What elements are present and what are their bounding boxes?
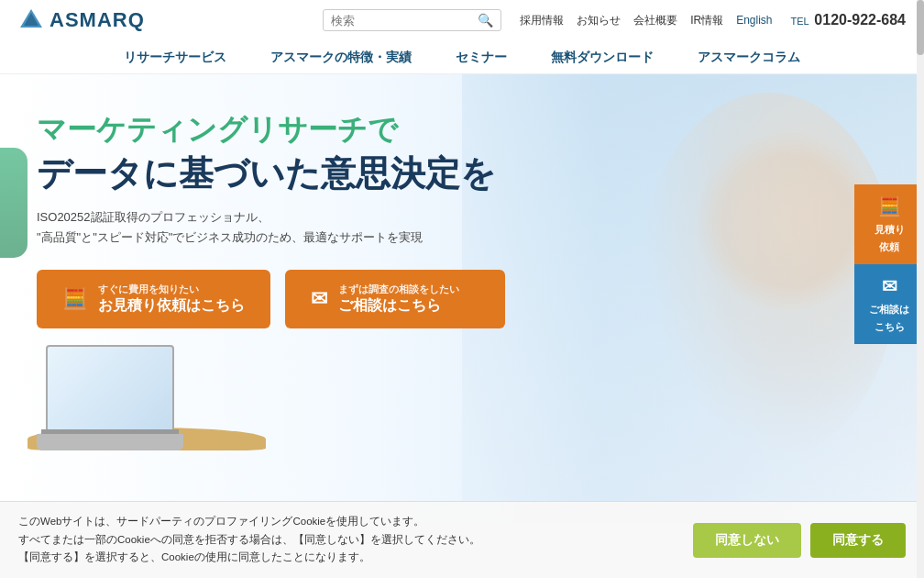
hero-subtitle: ISO20252認証取得のプロフェッショナル、 "高品質"と"スピード対応"でビ… xyxy=(37,207,587,248)
calculator-icon: 🧮 xyxy=(62,287,87,311)
side-calc-icon: 🧮 xyxy=(878,194,901,219)
main-nav-column[interactable]: アスマークコラム xyxy=(698,50,800,66)
search-form: 🔍 xyxy=(323,9,501,31)
consult-button[interactable]: ✉ まずは調査の相談をしたい ご相談はこちら xyxy=(285,270,505,328)
top-nav: 採用情報 お知らせ 会社概要 IR情報 English xyxy=(520,13,772,28)
search-icon[interactable]: 🔍 xyxy=(478,13,493,28)
main-nav-features[interactable]: アスマークの特徴・実績 xyxy=(270,50,412,66)
cookie-decline-button[interactable]: 同意しない xyxy=(693,523,801,558)
side-quote-button[interactable]: 🧮 見積り 依頼 xyxy=(854,184,924,264)
side-consult-button[interactable]: ✉ ご相談は こちら xyxy=(854,264,924,344)
side-float-buttons: 🧮 見積り 依頼 ✉ ご相談は こちら xyxy=(854,184,924,344)
main-nav-research[interactable]: リサーチサービス xyxy=(124,50,226,66)
nav-news[interactable]: お知らせ xyxy=(577,13,621,28)
tel-block: TEL 0120-922-684 xyxy=(791,12,906,28)
scrollbar-thumb[interactable] xyxy=(917,0,924,55)
hero-tagline: マーケティングリサーチで xyxy=(37,111,896,150)
search-input[interactable] xyxy=(331,14,478,28)
scrollbar[interactable] xyxy=(917,0,924,578)
main-nav: リサーチサービス アスマークの特徴・実績 セミナー 無料ダウンロード アスマーク… xyxy=(0,40,924,73)
main-nav-seminar[interactable]: セミナー xyxy=(456,50,507,66)
cookie-text: このWebサイトは、サードパーティのプロファイリングCookieを使用しています… xyxy=(18,513,693,567)
envelope-icon: ✉ xyxy=(311,287,327,311)
hero-buttons: 🧮 すぐに費用を知りたい お見積り依頼はこちら ✉ まずは調査の相談をしたい ご… xyxy=(37,270,896,328)
nav-recruitment[interactable]: 採用情報 xyxy=(520,13,564,28)
logo[interactable]: ASMARQ xyxy=(18,7,145,33)
header-top: ASMARQ 🔍 採用情報 お知らせ 会社概要 IR情報 English TEL… xyxy=(0,0,924,40)
quote-button[interactable]: 🧮 すぐに費用を知りたい お見積り依頼はこちら xyxy=(37,270,270,328)
hero-content: マーケティングリサーチで データに基づいた意思決定を ISO20252認証取得の… xyxy=(0,74,924,524)
cookie-accept-button[interactable]: 同意する xyxy=(810,523,906,558)
logo-text: ASMARQ xyxy=(50,8,145,32)
cookie-banner: このWebサイトは、サードパーティのプロファイリングCookieを使用しています… xyxy=(0,501,924,578)
main-nav-download[interactable]: 無料ダウンロード xyxy=(551,50,654,66)
hero-section: マーケティングリサーチで データに基づいた意思決定を ISO20252認証取得の… xyxy=(0,74,924,524)
cookie-buttons: 同意しない 同意する xyxy=(693,523,906,558)
nav-english[interactable]: English xyxy=(736,14,772,27)
quote-btn-text: すぐに費用を知りたい お見積り依頼はこちら xyxy=(98,283,245,316)
tel-label: TEL xyxy=(791,16,809,27)
nav-ir[interactable]: IR情報 xyxy=(690,13,723,28)
side-envelope-icon: ✉ xyxy=(882,273,897,299)
nav-company[interactable]: 会社概要 xyxy=(633,13,677,28)
logo-icon xyxy=(18,7,44,33)
consult-btn-text: まずは調査の相談をしたい ご相談はこちら xyxy=(338,283,459,316)
site-header: ASMARQ 🔍 採用情報 お知らせ 会社概要 IR情報 English TEL… xyxy=(0,0,924,74)
hero-title: データに基づいた意思決定を xyxy=(37,153,896,195)
tel-number: 0120-922-684 xyxy=(814,12,906,28)
